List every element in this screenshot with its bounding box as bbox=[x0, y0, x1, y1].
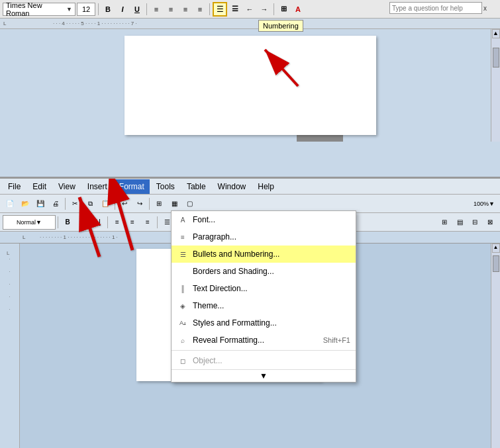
scroll-thumb[interactable] bbox=[493, 48, 499, 67]
save-btn[interactable]: 💾 bbox=[33, 197, 48, 211]
frame-btn[interactable]: ▢ bbox=[182, 197, 197, 211]
text-dir-menu-icon: ║ bbox=[177, 285, 189, 292]
table-button[interactable]: ⊞ bbox=[277, 3, 290, 16]
toolbar-separator-4 bbox=[274, 3, 274, 15]
right-tool2[interactable]: ▤ bbox=[452, 215, 467, 230]
menu-item-text-direction[interactable]: ║ Text Direction... bbox=[172, 280, 356, 297]
bullets-menu-icon: ☰ bbox=[177, 251, 189, 258]
toolbar-separator-1 bbox=[98, 3, 99, 15]
svg-line-1 bbox=[265, 50, 298, 86]
print-btn[interactable]: 🖨 bbox=[48, 197, 63, 211]
right-tool4[interactable]: ⊠ bbox=[483, 215, 497, 230]
numbering-tooltip: Numbering bbox=[258, 20, 303, 32]
scroll-up[interactable]: ▲ bbox=[492, 244, 500, 253]
menu-help[interactable]: Help bbox=[252, 179, 279, 194]
numbering-button-highlighted[interactable]: ☰ bbox=[213, 2, 227, 17]
italic-button[interactable]: I bbox=[116, 3, 129, 16]
font-menu-icon: A bbox=[177, 216, 189, 224]
format-dropdown-menu: A Font... ≡ Paragraph... ☰ Bullets and N… bbox=[171, 210, 356, 382]
menu-item-paragraph[interactable]: ≡ Paragraph... bbox=[172, 228, 356, 246]
top-screenshot-panel: x Times New Roman ▼ 12 B I U ≡ ≡ ≡ ≡ ☰ bbox=[0, 0, 500, 179]
search-input[interactable] bbox=[389, 2, 482, 14]
align-left-button[interactable]: ≡ bbox=[150, 3, 163, 16]
red-arrow-bottom-2 bbox=[73, 191, 126, 265]
align-center-button[interactable]: ≡ bbox=[164, 3, 177, 16]
menu-item-bullets-numbering[interactable]: ☰ Bullets and Numbering... bbox=[172, 246, 356, 263]
menu-item-font[interactable]: A Font... bbox=[172, 211, 356, 228]
top-doc-area: ▲ bbox=[0, 29, 500, 168]
tb-sep1 bbox=[65, 198, 66, 210]
font-size-box[interactable]: 12 bbox=[77, 3, 95, 16]
menu-item-reveal[interactable]: ⌕ Reveal Formatting... Shift+F1 bbox=[172, 332, 356, 349]
style-box[interactable]: Normal▼ bbox=[3, 215, 56, 230]
font-color-button[interactable]: A bbox=[291, 3, 305, 16]
top-scrollbar[interactable]: ▲ bbox=[491, 29, 500, 142]
zoom-btn[interactable]: 100%▼ bbox=[471, 197, 497, 211]
scroll-up-btn[interactable]: ▲ bbox=[492, 29, 500, 38]
col-btn[interactable]: ▦ bbox=[167, 197, 181, 211]
toolbar-separator-2 bbox=[146, 3, 147, 15]
bottom-screenshot-panel: File Edit View Insert Format Tools Table… bbox=[0, 179, 500, 448]
menu-window[interactable]: Window bbox=[213, 179, 252, 194]
open-btn[interactable]: 📂 bbox=[18, 197, 32, 211]
menu-item-theme[interactable]: ◈ Theme... bbox=[172, 297, 356, 314]
top-toolbar: x Times New Roman ▼ 12 B I U ≡ ≡ ≡ ≡ ☰ bbox=[0, 0, 500, 19]
font-dropdown-arrow: ▼ bbox=[66, 6, 72, 13]
top-ruler: L · · · 4 · · · · · 5 · · · · 1 · · · · … bbox=[0, 19, 500, 29]
left-sidebar: L · · · · · bbox=[0, 244, 20, 448]
search-bar: x bbox=[389, 2, 487, 14]
right-tool3[interactable]: ⊟ bbox=[468, 215, 482, 230]
theme-menu-icon: ◈ bbox=[177, 302, 189, 310]
close-btn[interactable]: x bbox=[483, 5, 487, 12]
toolbar-separator-3 bbox=[209, 3, 210, 15]
object-menu-icon: ◻ bbox=[177, 357, 189, 365]
menu-item-object[interactable]: ◻ Object... bbox=[172, 352, 356, 369]
numbering-icon: ☰ bbox=[217, 5, 224, 14]
styles-menu-icon: A₄ bbox=[177, 320, 189, 326]
menu-edit[interactable]: Edit bbox=[27, 179, 52, 194]
bullets-button[interactable]: ☰ bbox=[228, 3, 242, 16]
decrease-indent-button[interactable]: ← bbox=[243, 3, 256, 16]
menu-item-borders[interactable]: Borders and Shading... bbox=[172, 263, 356, 280]
increase-indent-button[interactable]: → bbox=[258, 3, 271, 16]
right-tool1[interactable]: ⊞ bbox=[437, 215, 452, 230]
top-doc-wrapper bbox=[125, 36, 376, 168]
justify-button[interactable]: ≡ bbox=[193, 3, 207, 16]
menu-item-styles[interactable]: A₄ Styles and Formatting... bbox=[172, 314, 356, 332]
reveal-menu-icon: ⌕ bbox=[177, 337, 189, 344]
paragraph-menu-icon: ≡ bbox=[177, 234, 189, 241]
new-btn[interactable]: 📄 bbox=[3, 197, 17, 211]
right-scrollbar[interactable]: ▲ bbox=[491, 244, 500, 448]
menu-table[interactable]: Table bbox=[181, 179, 211, 194]
underline-button[interactable]: U bbox=[130, 3, 144, 16]
scroll-thumb-bottom[interactable] bbox=[493, 255, 499, 272]
top-doc-page bbox=[125, 36, 376, 135]
bold-button[interactable]: B bbox=[101, 3, 115, 16]
font-name-box[interactable]: Times New Roman ▼ bbox=[3, 3, 75, 16]
red-arrow-top bbox=[258, 40, 311, 95]
dropdown-separator bbox=[172, 350, 356, 351]
svg-line-5 bbox=[79, 197, 99, 257]
dropdown-footer: ▼ bbox=[172, 369, 356, 382]
menu-file[interactable]: File bbox=[3, 179, 26, 194]
align-right-button[interactable]: ≡ bbox=[179, 3, 192, 16]
